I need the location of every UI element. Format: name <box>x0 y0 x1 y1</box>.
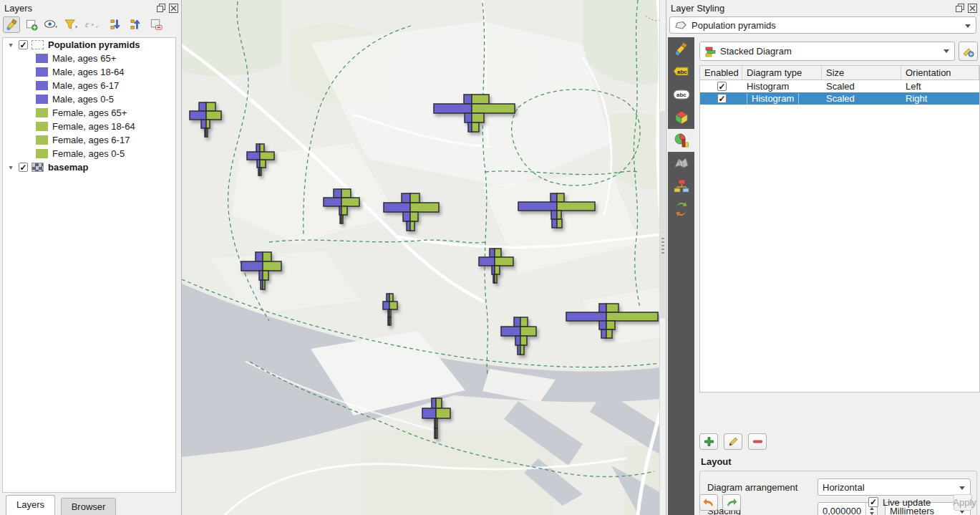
label-abc-icon: abc <box>673 65 690 78</box>
column-header[interactable]: Enabled <box>700 66 742 80</box>
diagram-size-cell[interactable]: Scaled <box>822 81 901 92</box>
chevron-down-icon <box>943 49 949 53</box>
hierarchy-icon <box>674 178 689 194</box>
filter-legend-button[interactable] <box>63 16 80 33</box>
collapse-all-button[interactable] <box>127 16 145 33</box>
tab-masks[interactable]: abc <box>668 83 694 106</box>
styling-tabstrip: abc abc <box>668 37 694 515</box>
epsilon-icon: ε <box>83 18 100 32</box>
layers-toolbar: ε <box>0 14 181 34</box>
redo-button[interactable] <box>722 494 741 511</box>
legend-label: Male, ages 18-64 <box>52 67 124 77</box>
collapse-all-icon <box>130 18 143 32</box>
layer-selector-combo[interactable]: Population pyramids <box>669 16 976 34</box>
layer-tree-item[interactable]: ▾basemap <box>3 160 175 174</box>
diagram-enabled-checkbox[interactable] <box>717 94 727 103</box>
close-panel-icon[interactable] <box>169 4 178 13</box>
step-down-icon[interactable] <box>870 512 874 515</box>
legend-item[interactable]: Male, ages 18-64 <box>3 65 175 79</box>
layer-tree: ▾Population pyramidsMale, ages 65+Male, … <box>2 37 176 493</box>
tab-3d-view[interactable] <box>668 106 694 129</box>
diagram-table-row[interactable]: HistogramScaledRight <box>700 92 979 105</box>
legend-item[interactable]: Female, ages 65+ <box>3 106 175 120</box>
legend-item[interactable]: Female, ages 18-64 <box>3 120 175 133</box>
legend-item[interactable]: Female, ages 6-17 <box>3 133 175 147</box>
column-header[interactable]: Size <box>822 66 901 80</box>
close-panel-icon[interactable] <box>968 4 977 13</box>
diagram-type-combo[interactable]: Stacked Diagram <box>699 42 955 61</box>
legend-color-swatch <box>36 67 48 77</box>
tab-browser[interactable]: Browser <box>61 498 117 515</box>
mask-abc-icon: abc <box>673 88 690 101</box>
undo-button[interactable] <box>699 494 718 511</box>
chevron-down-icon <box>965 24 971 28</box>
layer-styling-panel: Layer Styling Population pyramids <box>666 0 980 515</box>
manage-map-themes-button[interactable] <box>43 16 60 33</box>
tab-symbology[interactable] <box>668 37 694 60</box>
eye-icon <box>44 18 59 32</box>
arrangement-label: Diagram arrangement <box>707 482 818 493</box>
map-canvas[interactable] <box>181 0 666 515</box>
tab-layers[interactable]: Layers <box>6 495 55 515</box>
legend-color-swatch <box>36 95 48 104</box>
float-panel-icon[interactable] <box>956 4 965 13</box>
layers-panel-title: Layers <box>4 3 154 14</box>
svg-text:abc: abc <box>676 92 687 98</box>
legend-color-swatch <box>36 135 48 145</box>
diagram-table-row[interactable]: HistogramScaledLeft <box>700 80 979 92</box>
remove-layer-icon <box>150 18 163 32</box>
diagram-type-cell[interactable]: Histogram <box>747 81 789 92</box>
automated-placement-button[interactable] <box>959 42 978 61</box>
layer-visibility-checkbox[interactable] <box>19 40 28 49</box>
legend-label: Female, ages 65+ <box>52 107 127 118</box>
layer-selector-value: Population pyramids <box>692 20 776 31</box>
diagram-orientation-cell[interactable]: Right <box>901 93 979 104</box>
remove-layer-button[interactable] <box>147 16 165 33</box>
legend-item[interactable]: Male, ages 0-5 <box>3 92 175 106</box>
wrench-gear-icon <box>962 45 975 58</box>
tab-diagrams[interactable] <box>668 129 694 152</box>
layer-visibility-checkbox[interactable] <box>19 163 28 172</box>
apply-button[interactable]: Apply <box>954 494 972 511</box>
expander-icon[interactable]: ▾ <box>6 163 16 171</box>
remove-diagram-button[interactable] <box>748 433 767 450</box>
edit-diagram-button[interactable] <box>724 433 742 450</box>
expander-icon[interactable]: ▾ <box>6 41 16 49</box>
open-layer-styling-button[interactable] <box>3 16 20 33</box>
legend-item[interactable]: Female, ages 0-5 <box>3 147 175 160</box>
diagram-type-cell[interactable]: Histogram <box>747 93 799 104</box>
float-panel-icon[interactable] <box>157 4 166 13</box>
diagram-actions <box>699 433 767 450</box>
tab-history[interactable] <box>668 198 694 221</box>
column-header[interactable]: Orientation <box>901 66 979 80</box>
legend-item[interactable]: Male, ages 65+ <box>3 52 175 65</box>
add-group-button[interactable] <box>23 16 40 33</box>
styling-content: Stacked Diagram EnabledDiagram typeSizeO… <box>698 37 980 515</box>
layers-panel-titlebar: Layers <box>0 0 181 14</box>
map-right-scroll-strip[interactable] <box>659 0 666 515</box>
live-update-checkbox[interactable] <box>868 497 878 507</box>
add-diagram-button[interactable] <box>699 433 718 450</box>
pencil-icon <box>728 436 739 447</box>
layer-swatch <box>31 40 44 49</box>
column-header[interactable]: Diagram type <box>742 66 822 80</box>
layer-tree-item[interactable]: ▾Population pyramids <box>3 38 175 52</box>
legend-item[interactable]: Male, ages 6-17 <box>3 79 175 92</box>
splitter-handle-icon[interactable] <box>661 238 664 254</box>
tab-attributes-form[interactable] <box>668 175 694 198</box>
map-folded-icon <box>674 157 689 170</box>
diagram-enabled-checkbox[interactable] <box>717 82 727 91</box>
bottom-dock-tabs: Layers Browser <box>0 494 181 515</box>
filter-expression-button[interactable]: ε <box>83 16 100 33</box>
diagram-orientation-cell[interactable]: Left <box>901 81 979 92</box>
expand-all-button[interactable] <box>107 16 125 33</box>
scrollbar-thumb[interactable] <box>660 111 665 319</box>
funnel-icon <box>64 18 79 32</box>
qgis-window: Layers <box>0 0 980 515</box>
undo-icon <box>703 497 714 507</box>
diagram-size-cell[interactable]: Scaled <box>822 93 901 104</box>
legend-color-swatch <box>36 54 48 63</box>
tab-annotations[interactable] <box>668 152 694 175</box>
tab-labels[interactable]: abc <box>668 60 694 83</box>
add-group-icon <box>25 18 39 32</box>
